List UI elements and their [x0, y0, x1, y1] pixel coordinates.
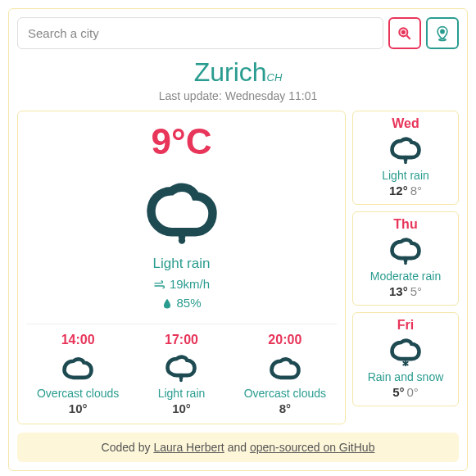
forecast-day: ThuModerate rain13°5° — [352, 211, 459, 306]
day-name: Fri — [358, 318, 453, 333]
day-condition: Moderate rain — [358, 270, 453, 283]
day-temps: 13°5° — [358, 284, 453, 298]
footer-mid: and — [224, 441, 250, 454]
svg-line-1 — [407, 35, 410, 39]
hour-condition: Light rain — [129, 387, 233, 400]
day-condition: Light rain — [358, 169, 453, 182]
github-link[interactable]: open-sourced on GitHub — [250, 441, 375, 454]
location-pin-icon — [434, 25, 451, 43]
wind-value: 19km/h — [170, 275, 210, 294]
city-name: Zurich — [194, 57, 267, 88]
hourly-item: 17:00Light rain10° — [129, 333, 233, 415]
hour-weather-icon — [233, 349, 337, 385]
current-meta: 19km/h 85% — [26, 275, 337, 312]
svg-point-3 — [441, 29, 444, 33]
weather-app: ZurichCH Last update: Wednesday 11:01 9°… — [8, 8, 468, 471]
hourly-forecast: 14:00Overcast clouds10°17:00Light rain10… — [26, 333, 337, 415]
svg-point-6 — [180, 379, 184, 383]
author-link[interactable]: Laura Herbert — [153, 441, 224, 454]
day-name: Thu — [358, 217, 453, 232]
search-button[interactable] — [388, 17, 421, 49]
main-row: 9°C Light rain 19km/h 85% 14:00Overcast … — [17, 111, 459, 424]
current-temp: 9°C — [26, 121, 337, 162]
humidity-icon — [161, 297, 173, 309]
last-updated: Last update: Wednesday 11:01 — [17, 89, 459, 102]
svg-point-8 — [404, 262, 407, 265]
footer-prefix: Coded by — [102, 441, 154, 454]
day-temps: 12°8° — [358, 184, 453, 197]
day-temps: 5°0° — [358, 385, 453, 399]
wind-icon — [153, 279, 166, 290]
forecast-day: FriRain and snow5°0° — [352, 312, 459, 406]
day-weather-icon — [358, 232, 453, 268]
humidity-value: 85% — [176, 294, 201, 313]
hour-condition: Overcast clouds — [26, 387, 129, 400]
svg-point-2 — [402, 30, 405, 33]
day-weather-icon — [358, 333, 453, 369]
day-weather-icon — [358, 131, 453, 167]
hour-condition: Overcast clouds — [233, 387, 337, 400]
svg-point-7 — [404, 161, 407, 165]
day-condition: Rain and snow — [358, 370, 453, 383]
hour-temp: 10° — [129, 401, 233, 415]
current-weather-panel: 9°C Light rain 19km/h 85% 14:00Overcast … — [17, 111, 346, 424]
country-code: CH — [267, 71, 283, 84]
divider — [26, 324, 337, 324]
hour-time: 20:00 — [233, 333, 337, 347]
hour-temp: 8° — [233, 401, 337, 415]
search-row — [17, 17, 459, 49]
svg-point-5 — [178, 237, 184, 243]
header: ZurichCH Last update: Wednesday 11:01 — [17, 57, 459, 102]
search-icon — [397, 25, 413, 42]
search-input[interactable] — [17, 17, 383, 49]
location-button[interactable] — [426, 17, 459, 49]
hour-weather-icon — [129, 349, 233, 385]
daily-forecast-column: WedLight rain12°8°ThuModerate rain13°5°F… — [352, 111, 459, 424]
footer: Coded by Laura Herbert and open-sourced … — [17, 433, 459, 462]
hour-time: 14:00 — [26, 333, 129, 347]
current-weather-icon — [26, 167, 337, 249]
current-condition: Light rain — [26, 256, 337, 272]
hour-temp: 10° — [26, 401, 129, 415]
hour-weather-icon — [26, 349, 129, 385]
day-name: Wed — [358, 116, 453, 131]
hour-time: 17:00 — [129, 333, 233, 347]
forecast-day: WedLight rain12°8° — [352, 111, 459, 205]
hourly-item: 20:00Overcast clouds8° — [233, 333, 337, 415]
hourly-item: 14:00Overcast clouds10° — [26, 333, 129, 415]
